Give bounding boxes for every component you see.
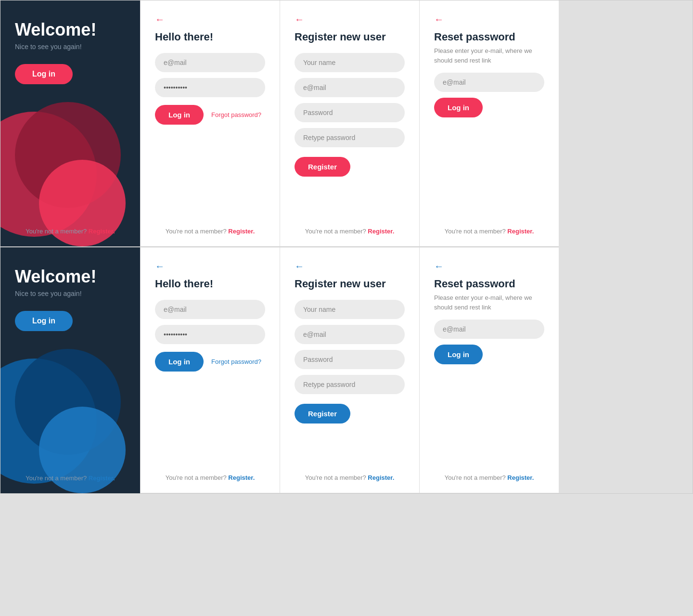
register-email-input-blue[interactable] [295, 325, 405, 344]
reset-title-blue: Reset password [434, 278, 544, 290]
reset-title-red: Reset password [434, 31, 544, 43]
login-footer-blue: You're not a member? Register. [155, 468, 265, 481]
login-title-blue: Hello there! [155, 278, 265, 290]
retype-password-input-blue[interactable] [295, 375, 405, 394]
welcome-subtitle: Nice to see you again! [15, 43, 126, 51]
reset-login-button-red[interactable]: Log in [434, 98, 483, 117]
login-button-blue[interactable]: Log in [155, 352, 204, 372]
register-register-link-blue[interactable]: Register. [368, 474, 394, 481]
welcome-panel-blue: Welcome! Nice to see you again! Log in Y… [0, 247, 140, 493]
register-link-blue[interactable]: Register. [89, 475, 115, 482]
reset-subtitle-blue: Please enter your e-mail, where we shoul… [434, 293, 544, 312]
back-arrow-blue[interactable]: ← [155, 261, 165, 272]
reset-footer-blue: You're not a member? Register. [434, 468, 544, 481]
password-input-blue[interactable] [155, 325, 265, 344]
reset-register-link-blue[interactable]: Register. [507, 474, 534, 481]
reset-back-arrow-blue[interactable]: ← [434, 261, 444, 272]
forgot-password-link-red[interactable]: Forgot password? [211, 111, 261, 118]
reset-email-input-red[interactable] [434, 73, 544, 92]
welcome-login-button[interactable]: Log in [15, 64, 73, 84]
login-panel-blue: ← Hello there! Log in Forgot password? Y… [140, 247, 280, 493]
reset-register-link-red[interactable]: Register. [507, 228, 534, 235]
reset-login-button-blue[interactable]: Log in [434, 345, 483, 364]
register-email-input-red[interactable] [295, 78, 405, 97]
welcome-title-blue: Welcome! [15, 267, 126, 287]
back-arrow-red[interactable]: ← [155, 14, 165, 25]
register-panel-blue: ← Register new user Register You're not … [280, 247, 419, 493]
register-back-arrow-blue[interactable]: ← [295, 261, 304, 272]
welcome-login-button-blue[interactable]: Log in [15, 311, 73, 331]
register-title-red: Register new user [295, 31, 405, 43]
email-input-red[interactable] [155, 53, 265, 72]
name-input-blue[interactable] [295, 300, 405, 319]
welcome-footer-blue: You're not a member? Register. [15, 475, 126, 482]
register-password-input-blue[interactable] [295, 350, 405, 369]
password-input-red[interactable] [155, 78, 265, 97]
welcome-subtitle-blue: Nice to see you again! [15, 290, 126, 297]
register-panel-red: ← Register new user Register You're not … [280, 0, 419, 247]
reset-panel-blue: ← Reset password Please enter your e-mai… [419, 247, 559, 493]
register-title-blue: Register new user [295, 278, 405, 290]
email-input-blue[interactable] [155, 300, 265, 319]
login-register-link-red[interactable]: Register. [228, 228, 255, 235]
login-title: Hello there! [155, 31, 265, 43]
register-register-link-red[interactable]: Register. [368, 228, 394, 235]
name-input-red[interactable] [295, 53, 405, 72]
login-footer-red: You're not a member? Register. [155, 222, 265, 235]
retype-password-input-red[interactable] [295, 128, 405, 147]
register-password-input-red[interactable] [295, 103, 405, 122]
reset-panel-red: ← Reset password Please enter your e-mai… [419, 0, 559, 247]
register-back-arrow-red[interactable]: ← [295, 14, 304, 25]
register-button-blue[interactable]: Register [295, 404, 350, 424]
login-panel-red: ← Hello there! Log in Forgot password? Y… [140, 0, 280, 247]
login-register-link-blue[interactable]: Register. [228, 474, 255, 481]
register-button-red[interactable]: Register [295, 157, 350, 177]
register-footer-red: You're not a member? Register. [295, 222, 405, 235]
welcome-footer: You're not a member? Register. [15, 228, 126, 235]
reset-subtitle-red: Please enter your e-mail, where we shoul… [434, 46, 544, 65]
register-link[interactable]: Register. [89, 228, 115, 235]
login-button-red[interactable]: Log in [155, 105, 204, 125]
reset-footer-red: You're not a member? Register. [434, 222, 544, 235]
welcome-panel-red: Welcome! Nice to see you again! Log in Y… [0, 0, 140, 247]
forgot-password-link-blue[interactable]: Forgot password? [211, 358, 261, 365]
reset-email-input-blue[interactable] [434, 320, 544, 339]
register-footer-blue: You're not a member? Register. [295, 468, 405, 481]
reset-back-arrow-red[interactable]: ← [434, 14, 444, 25]
welcome-title: Welcome! [15, 20, 126, 40]
